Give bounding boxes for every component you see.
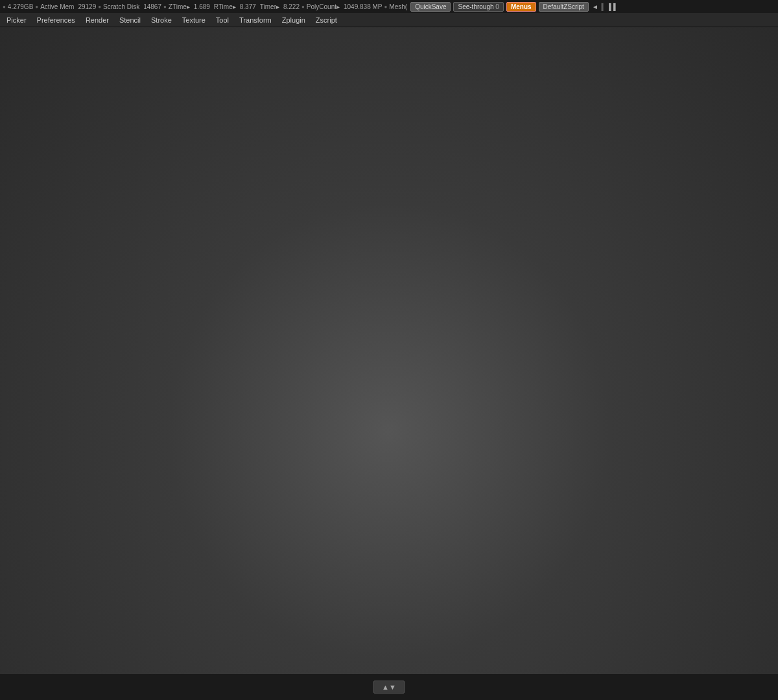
seethrough-button[interactable]: See-through 0 xyxy=(453,2,503,12)
ztime-value: 1.689 xyxy=(192,3,212,10)
seethrough-value: 0 xyxy=(495,3,499,10)
top-status-bar: ● 4.279GB ● Active Mem 29129 ● Scratch D… xyxy=(0,0,778,13)
menu-bar: Picker Preferences Render Stencil Stroke… xyxy=(0,13,778,27)
menu-zscript[interactable]: Zscript xyxy=(311,15,342,25)
quicksave-button[interactable]: QuickSave xyxy=(410,2,451,12)
menu-texture[interactable]: Texture xyxy=(177,15,211,25)
seethrough-label: See-through xyxy=(458,3,493,10)
scratch-disk-label: Scratch Disk xyxy=(101,3,141,10)
scroll-nav-button[interactable]: ▲▼ xyxy=(373,681,405,694)
active-mem-value: 29129 xyxy=(76,3,98,10)
bottom-bar: ▲▼ xyxy=(0,674,778,700)
timer-value: 8.222 xyxy=(281,3,301,10)
menu-zplugin[interactable]: Zplugin xyxy=(277,15,311,25)
polycount-value: 1049.838 MP xyxy=(342,3,384,10)
mem-value: 4.279GB xyxy=(8,3,33,10)
mem-status: 4.279GB xyxy=(6,3,35,10)
menu-transform[interactable]: Transform xyxy=(234,15,277,25)
menus-button[interactable]: Menus xyxy=(506,2,536,12)
menu-stroke[interactable]: Stroke xyxy=(146,15,177,25)
rtime-value: 8.377 xyxy=(238,3,258,10)
scene-background xyxy=(0,27,778,700)
default-zscript-button[interactable]: DefaultZScript xyxy=(539,2,589,12)
menu-stencil[interactable]: Stencil xyxy=(114,15,146,25)
polycount-label: PolyCount▸ xyxy=(305,3,342,10)
record-controls: ◄ ║ ▐▐ xyxy=(590,3,618,10)
menu-render[interactable]: Render xyxy=(80,15,114,25)
timer-label: Timer▸ xyxy=(258,3,281,10)
active-mem-label: Active Mem xyxy=(38,3,76,10)
rtime-label: RTime▸ xyxy=(212,3,238,10)
scratch-disk-value: 14867 xyxy=(141,3,163,10)
canvas-area[interactable]: ▲▼ xyxy=(0,27,778,700)
menu-picker[interactable]: Picker xyxy=(1,15,32,25)
ztime-label: ZTime▸ xyxy=(167,3,192,10)
mesh-label: Mesh( xyxy=(387,3,409,10)
menu-tool[interactable]: Tool xyxy=(211,15,234,25)
menu-preferences[interactable]: Preferences xyxy=(32,15,80,25)
